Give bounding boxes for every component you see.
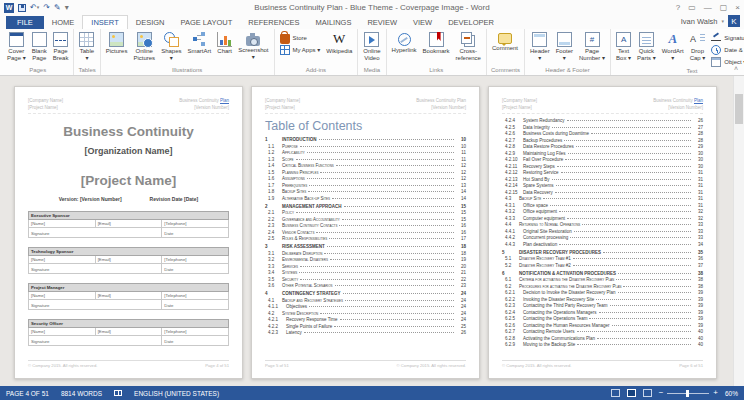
text-box-button[interactable]: ATextBox ▾ [613, 31, 634, 62]
toc-entry[interactable]: 5.2Disaster Recovery Team #237 [502, 263, 703, 270]
header-left: [Company Name][Project Name] [28, 97, 63, 111]
tab-references[interactable]: REFERENCES [240, 16, 307, 29]
zoom-in-icon[interactable]: + [713, 389, 718, 397]
toc-page-number: 37 [693, 263, 703, 270]
toc-dot-leader [332, 198, 454, 199]
smartart-button[interactable]: SmartArt [184, 31, 214, 55]
online-video-button[interactable]: OnlineVideo [360, 31, 383, 62]
undo-icon[interactable]: ↶▾ [30, 3, 39, 13]
draw-icon[interactable]: ✎ [54, 3, 61, 13]
wordart-button[interactable]: AWordArt▾ [659, 31, 687, 62]
zoom-out-icon[interactable]: − [659, 389, 664, 397]
page-toc-1[interactable]: [Company Name][Project Name]Business Con… [251, 86, 480, 379]
zoom-level[interactable]: 60% [725, 390, 738, 397]
zoom-slider[interactable] [667, 393, 709, 394]
date-time-icon [711, 45, 721, 55]
header-button[interactable]: Header▾ [527, 31, 553, 62]
screenshot-button[interactable]: Screenshot▾ [235, 31, 271, 61]
wikipedia-button[interactable]: WWikipedia [323, 31, 355, 55]
tab-developer[interactable]: DEVELOPER [440, 16, 502, 29]
cover-page-button[interactable]: CoverPage ▾ [4, 31, 29, 62]
object-button[interactable]: Object ▾ [708, 56, 744, 67]
comment-button[interactable]: Comment [489, 31, 521, 52]
toc-dot-leader [589, 318, 691, 319]
help-button[interactable]: ? [676, 3, 680, 13]
signature-line-button[interactable]: Signature Line ▾ [708, 32, 744, 43]
tab-view[interactable]: VIEW [405, 16, 440, 29]
cover-page-icon [9, 32, 24, 47]
cross-reference-button[interactable]: Cross-reference [453, 31, 484, 62]
page-indicator[interactable]: PAGE 4 OF 51 [6, 390, 49, 397]
restore-button[interactable]: ▢ [720, 3, 728, 13]
my-apps-button[interactable]: My Apps ▾ [277, 44, 324, 55]
button-label: Shapes▾ [161, 48, 181, 62]
footer-page-number: Page 4 of 51 [205, 363, 229, 368]
toc-dot-leader [342, 219, 454, 220]
online-video-icon [364, 32, 379, 47]
date-cell: Date [162, 336, 229, 346]
zoom-slider-thumb[interactable] [686, 390, 689, 397]
table-button[interactable]: Table▾ [76, 31, 97, 62]
toc-dot-leader [339, 225, 454, 226]
toc-entry[interactable]: 3.6Other Potential Scenarios23 [265, 283, 466, 290]
vertical-scrollbar[interactable] [733, 76, 744, 386]
customize-qat-icon[interactable]: ▾ [65, 3, 69, 13]
button-label: Table▾ [80, 48, 94, 62]
toc-page-number: 34 [693, 242, 703, 249]
toc-dot-leader [567, 120, 691, 121]
store-button[interactable]: Store [277, 32, 324, 43]
toc-entry[interactable]: 4.2.3Latency26 [265, 330, 466, 337]
toc-entry[interactable]: 4.4.3Plan deactivation34 [502, 242, 703, 249]
header-right: Business Continuity Plan[Version Number] [653, 97, 703, 111]
online-pictures-button[interactable]: OnlinePictures [130, 31, 158, 62]
page-number-button[interactable]: #PageNumber ▾ [576, 31, 608, 62]
button-label: Date & Time [724, 47, 744, 53]
page-break-button[interactable]: PageBreak [50, 31, 72, 62]
tab-insert[interactable]: INSERT [82, 15, 127, 29]
close-button[interactable]: × [735, 3, 740, 13]
print-layout-icon[interactable] [627, 389, 636, 397]
tab-design[interactable]: DESIGN [128, 16, 173, 29]
user-account[interactable]: Ivan Walsh ▾ K [681, 15, 740, 27]
page-toc-2[interactable]: [Company Name][Project Name]Business Con… [488, 86, 717, 379]
avatar[interactable]: K [728, 15, 740, 27]
hyperlink-button[interactable]: Hyperlink [389, 31, 420, 54]
date-time-button[interactable]: Date & Time [708, 44, 744, 55]
button-label: Header▾ [530, 48, 550, 62]
plan-link[interactable]: Plan [694, 98, 703, 103]
word-count[interactable]: 8814 WORDS [61, 390, 102, 397]
pictures-button[interactable]: Pictures [103, 31, 131, 55]
blank-page-button[interactable]: BlankPage [29, 31, 50, 62]
toc-entry[interactable]: 1.9Alternative Back-up Sites14 [265, 196, 466, 203]
quick-parts-button[interactable]: QuickParts ▾ [634, 31, 659, 62]
bookmark-button[interactable]: Bookmark [420, 31, 453, 55]
language-indicator[interactable]: ENGLISH (UNITED STATES) [134, 390, 219, 397]
toc-entry[interactable]: 6.2.9Moving to the Backup Site40 [502, 342, 703, 349]
tab-home[interactable]: HOME [44, 16, 83, 29]
document-canvas: [Company Name][Project Name]Business Con… [0, 76, 744, 386]
tab-mailings[interactable]: MAILINGS [308, 16, 360, 29]
footer-copyright: © Company 2015. All rights reserved. [397, 363, 466, 368]
tab-review[interactable]: REVIEW [359, 16, 405, 29]
minimize-button[interactable]: — [704, 3, 712, 13]
save-icon[interactable] [18, 4, 26, 12]
shapes-button[interactable]: Shapes▾ [158, 31, 184, 62]
drop-cap-button[interactable]: ADropCap ▾ [687, 31, 709, 62]
web-layout-icon[interactable] [643, 389, 652, 397]
toc-dot-leader [577, 344, 691, 345]
plan-link[interactable]: Plan [220, 98, 229, 103]
collapse-ribbon-icon[interactable]: ˄ [734, 65, 738, 72]
read-mode-icon[interactable] [611, 389, 620, 397]
toc-entry[interactable]: 2.5Roles & Responsibilities17 [265, 236, 466, 243]
tab-page-layout[interactable]: PAGE LAYOUT [172, 16, 240, 29]
scrollbar-thumb[interactable] [735, 94, 743, 124]
footer-button[interactable]: Footer▾ [553, 31, 576, 62]
toc-number: 1.9 [265, 196, 282, 203]
tab-file[interactable]: FILE [6, 16, 44, 29]
page-cover[interactable]: [Company Name][Project Name]Business Con… [14, 86, 243, 379]
text-box-icon: A [616, 32, 631, 47]
proofing-icon[interactable] [114, 390, 122, 396]
chart-button[interactable]: Chart [214, 31, 235, 55]
ribbon-display-options-button[interactable]: ▭ [688, 3, 696, 13]
redo-icon[interactable]: ↷ [43, 3, 50, 13]
